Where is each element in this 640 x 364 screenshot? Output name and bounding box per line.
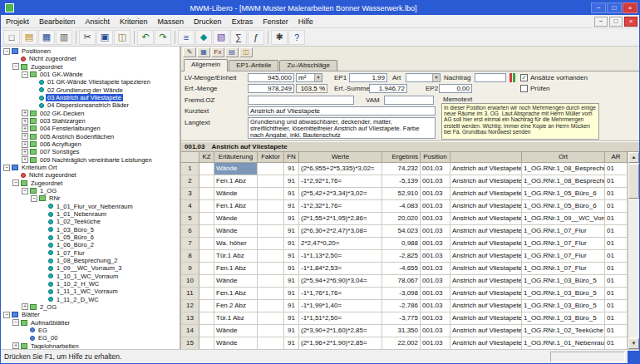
- cell-rownum[interactable]: 6: [181, 225, 199, 238]
- chevron-down-icon[interactable]: ▼: [432, 74, 440, 81]
- copy-icon[interactable]: ▣: [96, 30, 113, 45]
- paste-icon[interactable]: ◫: [114, 30, 130, 45]
- cell-fn[interactable]: 91: [284, 188, 299, 200]
- maximize-button[interactable]: □: [607, 2, 622, 13]
- menu-item-fenster[interactable]: Fenster: [258, 17, 293, 27]
- cell-werte[interactable]: 2*2,47*0,20=: [299, 238, 382, 250]
- cell-erlaeuterung[interactable]: Wa. höher: [214, 238, 258, 250]
- tree-item-002-gk-decken[interactable]: +002 GK-Decken: [1, 110, 180, 117]
- nachtrag-input[interactable]: [475, 73, 506, 82]
- tree-item-007-sonstiges[interactable]: +007 Sonstiges: [1, 148, 180, 155]
- tree-item-1-og[interactable]: −1_OG: [1, 187, 180, 194]
- cell-werte[interactable]: (2*1,55+2*1,95)*2,86=: [299, 213, 382, 225]
- cell-position[interactable]: 001.03: [421, 200, 450, 213]
- cell-faktor[interactable]: [258, 175, 284, 188]
- expand-icon[interactable]: +: [22, 149, 28, 155]
- cell-ort[interactable]: 1_OG.RNr.1_07_Flur: [522, 250, 605, 263]
- cell-erlaeuterung[interactable]: Wände: [214, 325, 258, 337]
- menu-item-drucken[interactable]: Drucken: [189, 17, 227, 27]
- cell-ergebnis[interactable]: 0,988: [382, 238, 421, 250]
- cell-positionstext[interactable]: Anstrich auf Vliestapete: [450, 312, 522, 325]
- cell-positionstext[interactable]: Anstrich auf Vliestapete: [450, 238, 522, 250]
- cell-positionstext[interactable]: Anstrich auf Vliestapete: [450, 213, 522, 225]
- cell-kz[interactable]: [199, 312, 214, 325]
- cell-faktor[interactable]: [258, 337, 284, 349]
- cell-ergebnis[interactable]: -5,139: [382, 175, 421, 188]
- cell-fn[interactable]: 91: [284, 163, 299, 175]
- cell-rownum[interactable]: 12: [181, 300, 199, 312]
- cell-erlaeuterung[interactable]: Fen.1 Abz: [214, 263, 258, 275]
- cell-ort[interactable]: 1_OG.RNr.1_09__WC_Vorraum_3: [522, 213, 605, 225]
- tree-item-blätter[interactable]: −Blätter: [1, 311, 180, 318]
- cell-ort[interactable]: 1_OG.RNr.1_07_Flur: [522, 225, 605, 238]
- cell-positionstext[interactable]: Anstrich auf Vliestapete: [450, 325, 522, 337]
- positions-view-icon[interactable]: ≡: [178, 30, 194, 45]
- formula-icon[interactable]: ƒ: [248, 30, 264, 45]
- cell-erlaeuterung[interactable]: Fen.1 Abz: [214, 175, 258, 188]
- cell-ort[interactable]: 1_OG.RNr.1_03_Büro_5: [522, 288, 605, 300]
- menu-item-massen[interactable]: Massen: [153, 17, 190, 27]
- memo-view-icon[interactable]: ◫: [239, 47, 253, 57]
- expand-icon[interactable]: +: [22, 156, 28, 163]
- menu-item-hilfe[interactable]: Hilfe: [293, 17, 318, 27]
- cell-faktor[interactable]: [258, 238, 284, 250]
- cell-kz[interactable]: [199, 225, 214, 238]
- cell-ar[interactable]: 01: [605, 238, 628, 250]
- cell-faktor[interactable]: [258, 325, 284, 337]
- cell-rownum[interactable]: 3: [181, 188, 199, 200]
- cell-ort[interactable]: 1_OG.RNr.1_02_Teeküche: [522, 325, 605, 337]
- tree-item-006-acrylfugen[interactable]: +006 Acrylfugen: [1, 140, 180, 148]
- cell-werte[interactable]: -1*1,84*2,53=: [299, 263, 382, 275]
- edit-ansatz-icon[interactable]: ✎: [183, 47, 196, 57]
- cell-ar[interactable]: 01: [605, 288, 628, 300]
- tree-item-02-grundierung-der-wände[interactable]: 02 Grundierung der Wände: [1, 86, 180, 94]
- cell-rownum[interactable]: 4: [181, 200, 199, 213]
- cell-werte[interactable]: -1*1,76*1,76=: [299, 288, 382, 300]
- tree-item-1-10-2-h-wc[interactable]: 1_10_2_H_WC: [1, 280, 180, 288]
- expand-icon[interactable]: +: [22, 141, 28, 148]
- einheit-combo[interactable]: m² ▼: [296, 73, 322, 82]
- open-icon[interactable]: ▤: [21, 30, 37, 45]
- tree-item-nicht-zugeordnet[interactable]: Nicht zugeordnet: [1, 55, 180, 62]
- help-icon[interactable]: ?: [288, 30, 305, 45]
- tree-item-009-nachträglich-vereinbarte-leistungen[interactable]: +009 Nachträglich vereinbarte Leistungen: [1, 156, 180, 164]
- cell-position[interactable]: 001.03: [421, 175, 450, 188]
- tree-item-1-06-büro-2[interactable]: 1_06_Büro_2: [1, 241, 180, 248]
- tree-item-kriterium-ort[interactable]: −Kriterium Ort: [1, 164, 180, 171]
- tree-item-eg-00[interactable]: EG_00: [1, 334, 180, 342]
- cell-ergebnis[interactable]: -3,775: [382, 312, 421, 325]
- tree-item-1-10-1-wc-vorraum[interactable]: 1_10_1_WC_Vorraum: [1, 273, 180, 280]
- tree-item-1-11-2-d-wc[interactable]: 1_11_2_D_WC: [1, 296, 180, 303]
- expand-icon[interactable]: +: [22, 118, 28, 125]
- cell-fn[interactable]: 91: [284, 225, 299, 238]
- tree-item-005-anstrich-bodenflächen[interactable]: +005 Anstrich Bodenflächen: [1, 133, 180, 140]
- cell-positionstext[interactable]: Anstrich auf Vliestapete: [450, 300, 522, 312]
- cell-ergebnis[interactable]: 78,067: [382, 275, 421, 288]
- cell-kz[interactable]: [199, 325, 214, 337]
- expand-icon[interactable]: +: [22, 303, 28, 310]
- cell-ergebnis[interactable]: 20,020: [382, 213, 421, 225]
- cell-erlaeuterung[interactable]: Wände: [214, 225, 258, 238]
- menu-item-projekt[interactable]: Projekt: [1, 17, 34, 27]
- cell-fn[interactable]: 91: [284, 238, 299, 250]
- cell-faktor[interactable]: [258, 188, 284, 200]
- cell-faktor[interactable]: [258, 163, 284, 175]
- cell-ort[interactable]: 1_OG.RNr.1_01_Nebenraum: [522, 337, 605, 349]
- cell-ort[interactable]: 1_OG.RNr.1_07_Flur: [522, 238, 605, 250]
- tree-item-1-05-büro-6[interactable]: 1_05_Büro_6: [1, 234, 180, 241]
- cell-kz[interactable]: [199, 288, 214, 300]
- vam-input[interactable]: [384, 96, 434, 105]
- tree-item-1-03-büro-5[interactable]: 1_03_Büro_5: [1, 226, 180, 234]
- cell-kz[interactable]: [199, 163, 214, 175]
- tree-item-001-gk-wände[interactable]: −001 GK-Wände: [1, 71, 180, 78]
- menu-item-kriterien[interactable]: Kriterien: [115, 17, 153, 27]
- child-minimize-button[interactable]: −: [594, 17, 608, 27]
- cell-fn[interactable]: 91: [284, 213, 299, 225]
- cell-faktor[interactable]: [258, 312, 284, 325]
- cell-erlaeuterung[interactable]: Wände: [214, 213, 258, 225]
- cell-kz[interactable]: [199, 213, 214, 225]
- cell-faktor[interactable]: [258, 275, 284, 288]
- cell-position[interactable]: 001.03: [421, 238, 450, 250]
- col-header-ergebnis[interactable]: Ergebnis: [382, 152, 421, 163]
- print-icon[interactable]: ▥: [56, 30, 72, 45]
